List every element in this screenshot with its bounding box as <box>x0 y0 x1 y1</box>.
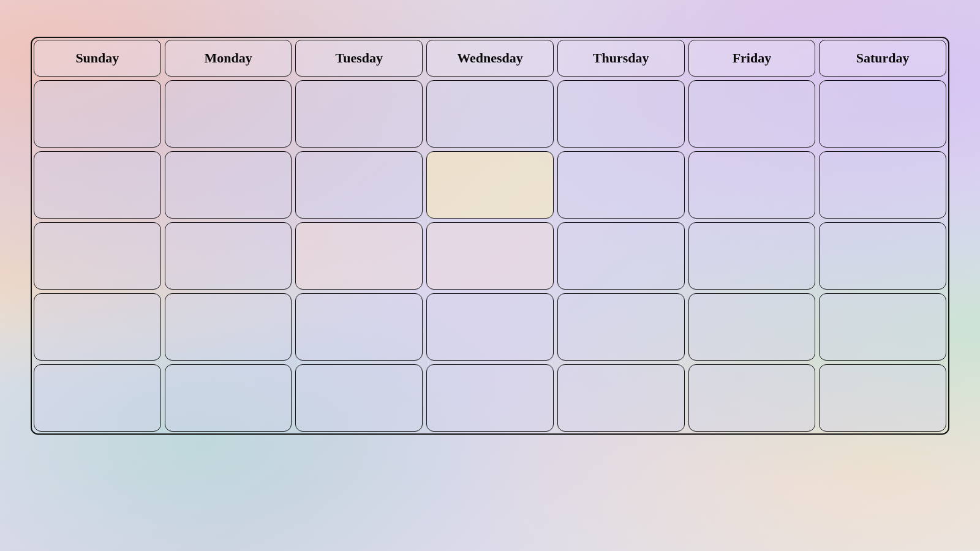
calendar-cell-friday-row0[interactable] <box>688 80 816 148</box>
calendar-cell-tuesday-row2[interactable] <box>295 222 423 290</box>
calendar-grid: SundayMondayTuesdayWednesdayThursdayFrid… <box>31 37 949 435</box>
calendar-cell-saturday-row3[interactable] <box>819 293 946 361</box>
calendar-cell-saturday-row1[interactable] <box>819 151 946 219</box>
calendar-cell-friday-row2[interactable] <box>688 222 816 290</box>
calendar-cell-sunday-row2[interactable] <box>34 222 161 290</box>
page-content: SundayMondayTuesdayWednesdayThursdayFrid… <box>0 0 980 551</box>
calendar-cell-friday-row3[interactable] <box>688 293 816 361</box>
calendar-cell-monday-row4[interactable] <box>165 364 292 432</box>
header-row: SundayMondayTuesdayWednesdayThursdayFrid… <box>32 38 948 78</box>
calendar-cell-thursday-row1[interactable] <box>557 151 685 219</box>
body-rows <box>32 78 948 433</box>
calendar-cell-wednesday-row2[interactable] <box>426 222 554 290</box>
calendar-cell-tuesday-row1[interactable] <box>295 151 423 219</box>
calendar-cell-wednesday-row1[interactable] <box>426 151 554 219</box>
calendar-cell-monday-row2[interactable] <box>165 222 292 290</box>
header-cell-thursday: Thursday <box>557 40 685 77</box>
calendar-cell-tuesday-row4[interactable] <box>295 364 423 432</box>
calendar-cell-friday-row1[interactable] <box>688 151 816 219</box>
calendar-cell-wednesday-row0[interactable] <box>426 80 554 148</box>
calendar-cell-saturday-row0[interactable] <box>819 80 946 148</box>
header-cell-saturday: Saturday <box>819 40 946 77</box>
calendar-cell-saturday-row2[interactable] <box>819 222 946 290</box>
calendar-cell-sunday-row0[interactable] <box>34 80 161 148</box>
calendar-cell-thursday-row3[interactable] <box>557 293 685 361</box>
calendar-row-2 <box>32 220 948 291</box>
calendar-cell-sunday-row1[interactable] <box>34 151 161 219</box>
header-cell-friday: Friday <box>688 40 816 77</box>
calendar-row-4 <box>32 362 948 433</box>
header-cell-tuesday: Tuesday <box>295 40 423 77</box>
calendar-cell-thursday-row0[interactable] <box>557 80 685 148</box>
calendar-cell-sunday-row4[interactable] <box>34 364 161 432</box>
calendar-cell-saturday-row4[interactable] <box>819 364 946 432</box>
calendar-cell-wednesday-row3[interactable] <box>426 293 554 361</box>
header-cell-monday: Monday <box>165 40 292 77</box>
calendar-cell-monday-row1[interactable] <box>165 151 292 219</box>
calendar-cell-wednesday-row4[interactable] <box>426 364 554 432</box>
header-cell-sunday: Sunday <box>34 40 161 77</box>
calendar-row-3 <box>32 291 948 362</box>
calendar-row-1 <box>32 149 948 220</box>
calendar-cell-monday-row3[interactable] <box>165 293 292 361</box>
calendar-cell-thursday-row4[interactable] <box>557 364 685 432</box>
calendar-cell-monday-row0[interactable] <box>165 80 292 148</box>
calendar-cell-tuesday-row0[interactable] <box>295 80 423 148</box>
header-cell-wednesday: Wednesday <box>426 40 554 77</box>
calendar-row-0 <box>32 78 948 149</box>
calendar-cell-sunday-row3[interactable] <box>34 293 161 361</box>
calendar-cell-tuesday-row3[interactable] <box>295 293 423 361</box>
calendar-cell-thursday-row2[interactable] <box>557 222 685 290</box>
calendar-cell-friday-row4[interactable] <box>688 364 816 432</box>
